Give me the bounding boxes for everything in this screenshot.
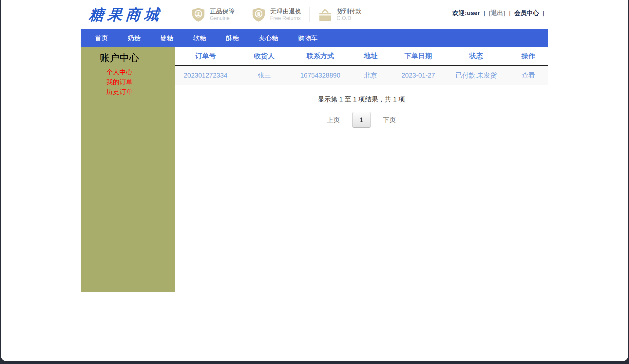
orders-table-header: 订单号 收货人 联系方式 地址 下单日期 状态 操作: [175, 47, 548, 66]
column-header-date: 下单日期: [393, 51, 444, 61]
orders-content: 订单号 收货人 联系方式 地址 下单日期 状态 操作 202301272334 …: [175, 47, 548, 128]
badge-subtitle: Genuine: [210, 15, 235, 21]
column-header-receiver: 收货人: [236, 51, 292, 61]
sidebar-item-profile[interactable]: 个人中心: [81, 67, 158, 77]
badge-text: 正品保障 Genuine: [210, 8, 235, 21]
view-order-link[interactable]: 查看: [509, 71, 548, 80]
site-logo[interactable]: 糖果商城: [88, 5, 163, 25]
address-cell: 北京: [348, 71, 393, 80]
nav-item-cart[interactable]: 购物车: [288, 34, 328, 43]
next-page-link[interactable]: 下页: [383, 116, 396, 124]
shield-genuine-icon: 正: [191, 7, 206, 22]
results-summary: 显示第 1 至 1 项结果，共 1 项: [175, 95, 548, 104]
badge-cod: 货到付款 C.O.D: [309, 7, 370, 22]
date-cell: 2023-01-27: [393, 72, 444, 79]
nav-item-milk-candy[interactable]: 奶糖: [118, 34, 151, 43]
sidebar-item-history-orders[interactable]: 历史订单: [81, 87, 158, 97]
badge-free-returns: 退 无理由退换 Free Returns: [243, 7, 309, 22]
prev-page-link[interactable]: 上页: [327, 116, 340, 124]
badge-text: 货到付款 C.O.D: [337, 8, 362, 21]
user-bar: 欢迎:user|[退出]|会员中心|: [452, 9, 548, 17]
shield-returns-icon: 退: [251, 7, 266, 22]
separator: |: [484, 9, 485, 16]
badge-title: 正品保障: [210, 8, 235, 15]
page-1-button[interactable]: 1: [352, 112, 371, 128]
column-header-status: 状态: [444, 51, 509, 61]
receiver-cell: 张三: [236, 71, 292, 80]
guarantee-badges: 正 正品保障 Genuine 退 无理由退换 Free R: [183, 7, 370, 22]
badge-title: 无理由退换: [270, 8, 301, 15]
member-center-link[interactable]: 会员中心: [514, 9, 539, 16]
badge-text: 无理由退换 Free Returns: [270, 8, 301, 21]
page-container: 糖果商城 正 正品保障 Genuine: [81, 0, 548, 292]
separator: |: [543, 9, 544, 16]
nav-item-home[interactable]: 首页: [85, 34, 118, 43]
order-no-cell: 202301272334: [175, 72, 237, 79]
browser-page: 糖果商城 正 正品保障 Genuine: [1, 0, 628, 361]
main-nav: 首页 奶糖 硬糖 软糖 酥糖 夹心糖 购物车: [81, 29, 548, 47]
nav-item-soft-candy[interactable]: 软糖: [183, 34, 216, 43]
top-header: 糖果商城 正 正品保障 Genuine: [81, 0, 548, 29]
separator: |: [509, 9, 511, 16]
badge-char: 正: [196, 11, 200, 16]
order-row: 202301272334 张三 16754328890 北京 2023-01-2…: [175, 66, 548, 85]
badge-subtitle: Free Returns: [270, 15, 301, 21]
column-header-action: 操作: [509, 51, 548, 61]
sidebar-item-my-orders[interactable]: 我的订单: [81, 77, 158, 87]
column-header-phone: 联系方式: [292, 51, 348, 61]
gift-cod-icon: [317, 7, 333, 22]
badge-subtitle: C.O.D: [337, 15, 362, 21]
nav-item-crisp-candy[interactable]: 酥糖: [216, 34, 249, 43]
badge-title: 货到付款: [337, 8, 362, 15]
logout-link[interactable]: [退出]: [489, 9, 505, 16]
account-sidebar: 账户中心 个人中心 我的订单 历史订单: [81, 47, 175, 292]
main-area: 账户中心 个人中心 我的订单 历史订单 订单号 收货人 联系方式 地址 下单日期…: [81, 47, 548, 292]
column-header-order-no: 订单号: [175, 51, 237, 61]
badge-genuine: 正 正品保障 Genuine: [183, 7, 243, 22]
nav-item-filled-candy[interactable]: 夹心糖: [249, 34, 288, 43]
badge-char: 退: [256, 11, 261, 16]
phone-cell: 16754328890: [292, 72, 348, 79]
column-header-address: 地址: [348, 51, 393, 61]
pagination: 上页 1 下页: [175, 112, 548, 128]
nav-item-hard-candy[interactable]: 硬糖: [151, 34, 183, 43]
welcome-text: 欢迎:user: [452, 9, 480, 16]
status-cell: 已付款,未发货: [444, 71, 509, 80]
sidebar-title: 账户中心: [81, 51, 158, 65]
